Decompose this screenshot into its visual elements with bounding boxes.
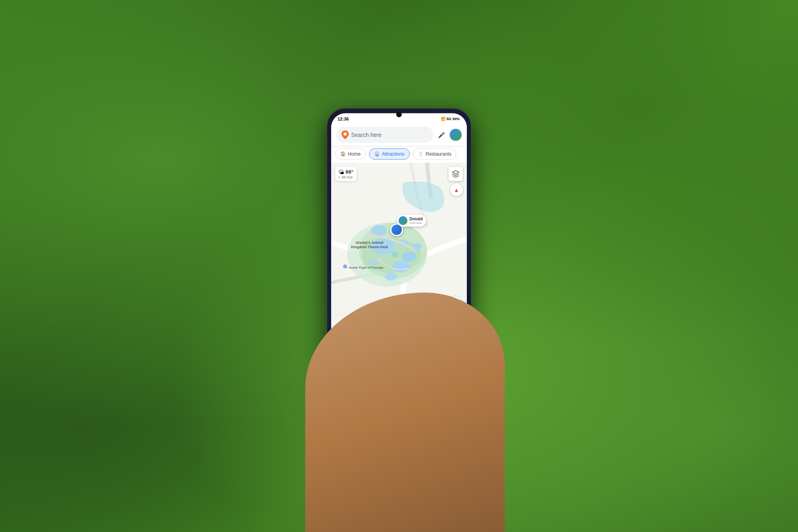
- svg-point-10: [371, 225, 387, 236]
- camera-icon: [343, 264, 347, 268]
- status-icons: 📶 5G 50%: [441, 117, 460, 121]
- attraction-label-text: Avatar Flight of Passage: [349, 265, 383, 269]
- search-input-container[interactable]: Search here: [336, 127, 433, 142]
- attraction-label: Avatar Flight of Passage: [343, 264, 383, 269]
- mic-button[interactable]: 🎤: [437, 130, 446, 139]
- signal-icon: 5G: [446, 117, 451, 121]
- user-avatar[interactable]: [449, 128, 462, 141]
- hand: [305, 293, 505, 532]
- filter-restaurants-label: Restaurants: [426, 151, 452, 156]
- svg-point-6: [392, 260, 410, 272]
- weather-aqi: ● 38 AQI: [338, 175, 354, 179]
- filter-home[interactable]: 🏠 Home: [335, 148, 366, 159]
- bubble-time: Just now: [409, 221, 423, 224]
- weather-sun-icon: 🌤: [338, 168, 344, 175]
- bubble-info: Donald Just now: [409, 216, 423, 224]
- filter-attractions-label: Attractions: [382, 151, 405, 156]
- bubble-avatar: [399, 216, 407, 225]
- attractions-chip-icon: 🎡: [374, 151, 380, 156]
- filter-restaurants[interactable]: 🍴 Restaurants: [413, 148, 457, 159]
- svg-point-0: [344, 132, 347, 135]
- battery-icon: 50%: [452, 117, 460, 121]
- search-placeholder: Search here: [351, 131, 428, 138]
- status-time: 12:36: [338, 116, 349, 121]
- svg-point-5: [402, 251, 416, 261]
- svg-point-14: [344, 265, 346, 267]
- restaurants-chip-icon: 🍴: [418, 151, 424, 156]
- home-chip-icon: 🏠: [340, 151, 346, 156]
- map-layers-button[interactable]: [448, 166, 463, 181]
- bubble-user-name: Donald: [409, 216, 423, 221]
- maps-pin-icon: [342, 130, 349, 139]
- park-label: Disney's AnimalKingdom Theme Park: [351, 240, 388, 249]
- layers-icon: [452, 170, 460, 178]
- search-bar[interactable]: Search here 🎤: [331, 124, 467, 146]
- weather-temperature: 66°: [346, 169, 354, 175]
- svg-point-7: [385, 272, 397, 280]
- svg-point-11: [392, 251, 398, 257]
- quick-filters: 🏠 Home 🎡 Attractions 🍴 Restaurants: [331, 146, 467, 162]
- camera-notch: [396, 111, 402, 117]
- wifi-icon: 📶: [441, 117, 445, 121]
- weather-widget: 🌤 66° ● 38 AQI: [335, 166, 357, 181]
- filter-attractions[interactable]: 🎡 Attractions: [369, 148, 410, 159]
- north-arrow-icon: ▲: [454, 186, 459, 193]
- user-info-bubble: Donald Just now: [397, 214, 426, 226]
- filter-home-label: Home: [348, 151, 361, 156]
- compass-button[interactable]: ▲: [450, 183, 463, 196]
